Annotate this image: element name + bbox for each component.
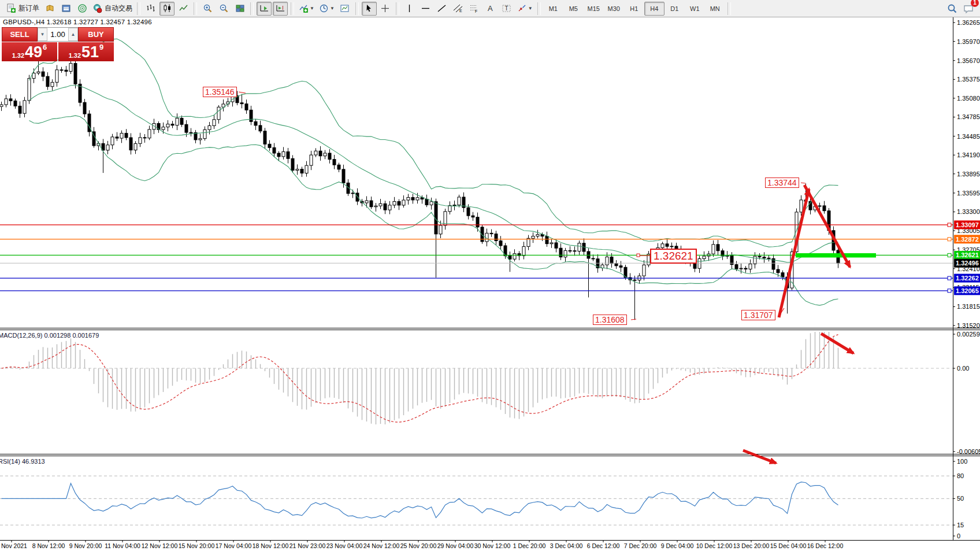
rsi-indicator-label: RSI(14) 46.9313 [0, 458, 45, 465]
tab-timeframe-mn[interactable]: MN [705, 2, 725, 16]
bid-prefix: 1.32 [12, 52, 24, 59]
volume-decrease-button[interactable]: ▼ [38, 28, 47, 41]
profiles-button[interactable] [42, 2, 57, 16]
svg-text:F: F [475, 9, 477, 13]
time-axis-label: 13 Dec 20:00 [733, 542, 770, 549]
tile-windows-button[interactable] [232, 2, 247, 16]
data-window-button[interactable] [58, 2, 73, 16]
autotrading-button[interactable]: 自动交易 [91, 2, 134, 16]
tab-timeframe-d1[interactable]: D1 [665, 2, 685, 16]
time-axis-label: 15 Dec 04:00 [770, 542, 807, 549]
candlestick-chart-icon [162, 3, 172, 13]
templates-dropdown[interactable] [337, 2, 352, 16]
price-axis-tick-label: 1.34785 [957, 113, 980, 120]
line-anchor-square [948, 276, 951, 280]
zoom-out-button[interactable] [216, 2, 231, 16]
new-order-icon [6, 3, 16, 13]
vertical-line-tool[interactable] [402, 2, 417, 16]
volume-value[interactable]: 1.00 [47, 28, 68, 41]
line-anchor-square [948, 238, 951, 241]
text-icon: A [485, 3, 495, 13]
tab-timeframe-m1[interactable]: M1 [543, 2, 563, 16]
price-axis-tick-label: 1.35970 [957, 38, 980, 45]
text-label-tool[interactable]: T [499, 2, 514, 16]
tab-timeframe-w1[interactable]: W1 [685, 2, 705, 16]
price-annotation-133744[interactable]: 1.33744 [765, 177, 799, 188]
ask-big-digits: 51 [81, 45, 99, 60]
time-axis-label: 9 Dec 04:00 [661, 542, 694, 549]
text-tool[interactable]: A [483, 2, 498, 16]
toolbar-separator [291, 2, 294, 15]
rsi-axis-label: 50 [957, 495, 964, 502]
chart-shift-button[interactable] [273, 2, 288, 16]
buy-price-display[interactable]: 1.32 51 9 [58, 42, 114, 61]
chart-canvas[interactable]: 1.362651.359701.356701.353751.350801.347… [0, 0, 980, 551]
bid-pipette: 6 [43, 43, 47, 51]
time-axis-label: 15 Nov 20:00 [179, 542, 215, 549]
trendline-tool[interactable] [435, 2, 450, 16]
line-anchor-square [948, 253, 951, 257]
macd-axis-label: 0.00 [957, 365, 969, 372]
time-axis-label: 6 Dec 12:00 [587, 542, 620, 549]
tab-timeframe-h4[interactable]: H4 [644, 2, 665, 16]
new-order-button[interactable]: 新订单 [5, 2, 41, 16]
search-button[interactable] [945, 2, 960, 16]
notifications-button[interactable]: 1 [961, 2, 976, 16]
templates-icon [340, 3, 350, 13]
sell-button[interactable]: SELL [2, 27, 38, 42]
zoom-out-icon [219, 3, 229, 13]
time-axis-label: 30 Nov 12:00 [474, 542, 511, 549]
text-label-icon: T [502, 3, 511, 13]
sell-price-display[interactable]: 1.32 49 6 [2, 42, 57, 61]
zoom-in-button[interactable] [200, 2, 215, 16]
price-axis-tick-label: 1.33895 [957, 171, 980, 177]
price-annotation-135146[interactable]: 1.35146 [203, 87, 237, 97]
price-annotation-132621[interactable]: 1.32621 [650, 249, 697, 264]
time-axis-label: 7 Dec 20:00 [624, 542, 657, 549]
clipped-edge-button[interactable] [1, 2, 3, 16]
time-axis-label: 25 Nov 20:00 [400, 542, 437, 549]
auto-scroll-icon [259, 3, 269, 13]
arrows-dropdown[interactable]: ▼ [515, 2, 534, 16]
add-indicator-icon [299, 3, 309, 13]
line-anchor-square [948, 289, 951, 293]
price-annotation-131707[interactable]: 1.31707 [741, 310, 775, 320]
svg-text:E: E [459, 9, 462, 13]
candlestick-chart-button[interactable] [159, 2, 175, 16]
bar-chart-button[interactable] [143, 2, 158, 16]
timeframe-bar: M1M5M15M30H1H4D1W1MN [543, 2, 725, 16]
line-chart-icon [179, 3, 188, 13]
buy-button[interactable]: BUY [78, 27, 114, 42]
equidistant-channel-tool[interactable]: E [451, 2, 466, 16]
cursor-button[interactable] [362, 2, 377, 16]
time-axis-label: 10 Dec 12:00 [696, 542, 733, 549]
market-watch-button[interactable] [75, 2, 90, 16]
time-axis-label: 1 Dec 20:00 [513, 542, 546, 549]
tab-timeframe-m30[interactable]: M30 [604, 2, 624, 16]
tab-timeframe-m5[interactable]: M5 [563, 2, 584, 16]
toolbar-separator [727, 2, 731, 15]
time-axis-label: 3 Dec 04:00 [550, 542, 583, 549]
price-annotation-131608[interactable]: 1.31608 [593, 315, 627, 325]
crosshair-button[interactable] [378, 2, 393, 16]
search-icon [947, 3, 957, 14]
price-badge-label: 1.32621 [956, 252, 979, 258]
auto-scroll-button[interactable] [257, 2, 272, 16]
horizontal-line-tool[interactable] [418, 2, 433, 16]
ask-pipette: 9 [99, 43, 103, 51]
tab-timeframe-m15[interactable]: M15 [584, 2, 604, 16]
toolbar-separator [396, 2, 399, 15]
time-axis-label: 16 Dec 12:00 [807, 542, 844, 549]
add-indicator-dropdown[interactable]: ▼ [297, 2, 316, 16]
periods-dropdown[interactable]: ▼ [317, 2, 336, 16]
time-axis-label: 21 Nov 23:00 [289, 542, 326, 549]
bar-chart-icon [146, 3, 156, 13]
volume-increase-button[interactable]: ▲ [68, 28, 78, 41]
autotrading-icon [92, 3, 102, 13]
bid-big-digits: 49 [25, 45, 42, 60]
tab-timeframe-h1[interactable]: H1 [624, 2, 644, 16]
line-chart-button[interactable] [176, 2, 191, 16]
price-badge-label: 1.33097 [956, 221, 979, 228]
fibonacci-tool[interactable]: F [467, 2, 482, 16]
data-window-icon [61, 3, 71, 13]
